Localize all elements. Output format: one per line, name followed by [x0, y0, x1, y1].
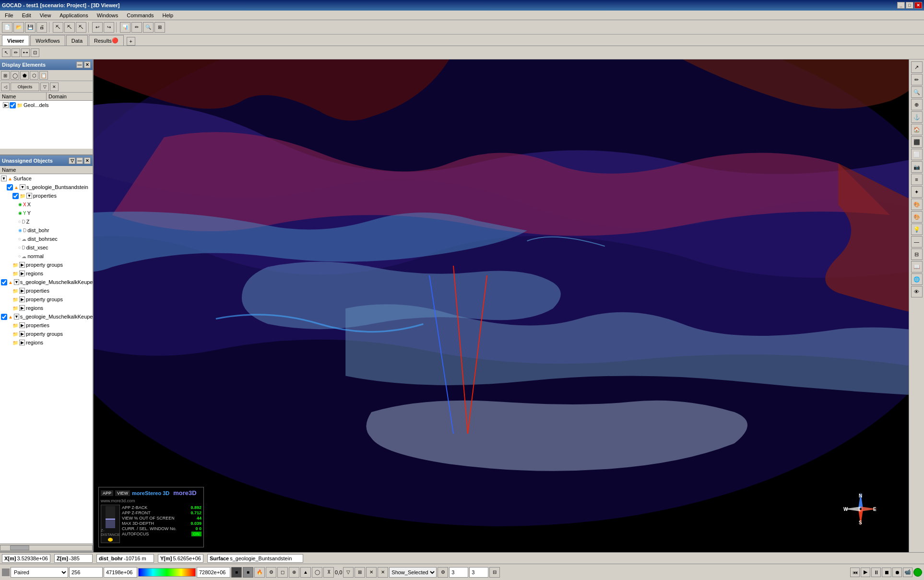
de-icon-4[interactable]: ⬡: [30, 71, 38, 80]
play-icon2[interactable]: 📹: [903, 568, 912, 577]
tree-item-regions[interactable]: 📁 ▶ regions: [0, 269, 93, 278]
maximize-button[interactable]: □: [906, 2, 913, 9]
rt-lightbulb[interactable]: 💡: [911, 224, 923, 235]
toolbar-print[interactable]: 🖨: [36, 22, 47, 33]
rt-cube[interactable]: ⬛: [911, 136, 923, 148]
display-elements-restore[interactable]: —: [76, 61, 83, 68]
rt-book[interactable]: 📖: [911, 261, 923, 272]
tab-results[interactable]: Results 🔴: [89, 35, 124, 46]
viewer-tool-select[interactable]: ↖: [2, 48, 11, 57]
expander-regions2[interactable]: ▶: [19, 305, 25, 311]
rt-cursor[interactable]: ↗: [911, 61, 923, 73]
checkbox-geol[interactable]: [10, 102, 16, 108]
de-toolbar-objects[interactable]: Objects: [11, 83, 39, 91]
rt-anchor[interactable]: ⚓: [911, 111, 923, 123]
expander-properties2[interactable]: ▶: [19, 288, 25, 294]
rt-house[interactable]: 🏠: [911, 124, 923, 135]
menu-view[interactable]: View: [37, 12, 54, 19]
menu-windows[interactable]: Windows: [94, 12, 121, 19]
tree-item-normal[interactable]: ○ ☁ normal: [0, 252, 93, 260]
bottom-icon-12[interactable]: ⚙: [438, 567, 448, 578]
tab-viewer[interactable]: Viewer: [2, 35, 29, 46]
viewer-tool-2[interactable]: ✏: [12, 48, 20, 57]
tree-item-surface[interactable]: ▼ ▲ Surface: [0, 174, 93, 183]
minimize-button[interactable]: _: [897, 2, 905, 9]
toolbar-edit[interactable]: ✏: [131, 22, 142, 33]
add-tab-button[interactable]: +: [127, 37, 135, 46]
tree-item-dist-bohr[interactable]: ◉ D dist_bohr: [0, 226, 93, 235]
close-button[interactable]: ✕: [914, 2, 922, 9]
tree-item-buntsandstein[interactable]: ▲ ▼ s_geologie_Buntsandstein: [0, 183, 93, 191]
toolbar-zoom[interactable]: 🔍: [143, 22, 154, 33]
rt-colors[interactable]: 🎨: [911, 199, 923, 210]
menu-applications[interactable]: Applications: [57, 12, 91, 19]
display-elements-close[interactable]: ✕: [84, 61, 91, 68]
play-button[interactable]: ▶: [861, 568, 870, 577]
expander-muschelkalk[interactable]: ▼: [14, 279, 19, 285]
de-toolbar-filter[interactable]: ▽: [40, 83, 49, 91]
scrollbar-track[interactable]: [0, 545, 93, 551]
rt-zoom-region[interactable]: ⊕: [911, 99, 923, 110]
rt-zoom-in[interactable]: 🔍: [911, 86, 923, 98]
toolbar-open[interactable]: 📂: [13, 22, 24, 33]
color-btn-1[interactable]: ■: [231, 567, 242, 578]
menu-file[interactable]: File: [2, 12, 16, 19]
toolbar-redo[interactable]: ↪: [104, 22, 114, 33]
tree-item-dist-xsec[interactable]: ○ D dist_xsec: [0, 243, 93, 252]
de-icon-1[interactable]: ⊞: [1, 71, 10, 80]
de-toolbar-close[interactable]: ✕: [50, 83, 59, 91]
cb-muschelkalk[interactable]: [1, 279, 7, 285]
expander-geol[interactable]: ▶: [3, 102, 9, 108]
tree-item-y[interactable]: ◉ Y Y: [0, 209, 93, 217]
tree-item-propgroups3[interactable]: 📁 ▶ property groups: [0, 330, 93, 338]
de-toolbar-1[interactable]: ◁: [1, 83, 10, 91]
expander-muschelkalk1[interactable]: ▼: [14, 314, 19, 320]
toolbar-btn7[interactable]: ⛏: [76, 22, 86, 33]
toolbar-new[interactable]: 📄: [2, 22, 12, 33]
rt-layers[interactable]: ⊟: [911, 249, 923, 260]
expander-properties[interactable]: ▼: [26, 193, 32, 199]
expander-properties3[interactable]: ▶: [19, 322, 25, 328]
tab-data[interactable]: Data: [66, 35, 88, 46]
color-bar[interactable]: [138, 568, 196, 577]
uo-close[interactable]: ✕: [84, 157, 91, 164]
viewer-tool-4[interactable]: ⊡: [31, 48, 39, 57]
toolbar-undo[interactable]: ↩: [92, 22, 103, 33]
rt-red-box[interactable]: ⬜: [911, 149, 923, 160]
expander-regions3[interactable]: ▶: [19, 340, 25, 345]
uo-filter-icon[interactable]: ▽: [69, 157, 75, 164]
rt-minus[interactable]: —: [911, 236, 923, 248]
rt-palette[interactable]: 🎨: [911, 211, 923, 223]
scrollbar-thumb[interactable]: [10, 545, 29, 550]
menu-commands[interactable]: Commands: [124, 12, 156, 19]
expander-buntsandstein[interactable]: ▼: [20, 184, 25, 190]
left-scrollbar[interactable]: [0, 544, 93, 551]
tree-item-properties[interactable]: 📁 ▼ properties: [0, 191, 93, 200]
bottom-icon-9[interactable]: ⊞: [355, 567, 365, 578]
tree-item-regions2[interactable]: 📁 ▶ regions: [0, 304, 93, 312]
expander-regions[interactable]: ▶: [19, 271, 25, 276]
tree-item-regions3[interactable]: 📁 ▶ regions: [0, 338, 93, 347]
tree-item-propgroups[interactable]: 📁 ▶ property groups: [0, 260, 93, 269]
3d-viewer[interactable]: N S E W APP VIEW moreStereo 3D more3D ww…: [94, 59, 909, 552]
menu-help[interactable]: Help: [160, 12, 177, 19]
tree-item-properties3[interactable]: 📁 ▶ properties: [0, 321, 93, 330]
tree-item-x[interactable]: ◉ X X: [0, 200, 93, 209]
play-prev[interactable]: ⏮: [850, 568, 860, 577]
de-icon-3[interactable]: ⬟: [20, 71, 29, 80]
paired-dropdown-select[interactable]: Paired: [11, 567, 68, 578]
expander-propgroups3[interactable]: ▶: [19, 331, 25, 337]
de-icon-2[interactable]: ◯: [11, 71, 19, 80]
cb-buntsandstein[interactable]: [7, 184, 13, 190]
tree-item-muschelkalk1[interactable]: ▲ ▼ s_geologie_MuschelkalkKeuper.1: [0, 312, 93, 321]
uo-restore[interactable]: —: [76, 157, 83, 164]
bottom-icon-2[interactable]: ⚙: [266, 567, 276, 578]
tree-item-geol[interactable]: ▶ 📁 Geol...dels: [0, 101, 93, 109]
toolbar-grid[interactable]: ⊞: [154, 22, 165, 33]
de-icon-5[interactable]: 📋: [39, 71, 48, 80]
bottom-icon-5[interactable]: ▲: [300, 567, 311, 578]
expander-propgroups[interactable]: ▶: [19, 262, 25, 268]
tree-item-dist-bohrsec[interactable]: ○ ☁ dist_bohrsec: [0, 235, 93, 243]
bottom-icon-11[interactable]: ✕: [378, 567, 388, 578]
tree-item-muschelkalk[interactable]: ▲ ▼ s_geologie_MuschelkalkKeuper: [0, 278, 93, 286]
